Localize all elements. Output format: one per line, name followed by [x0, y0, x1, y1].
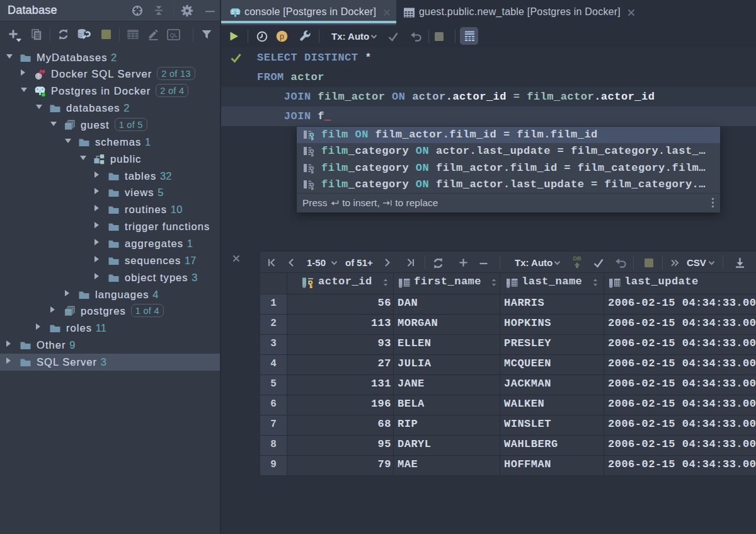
svg-text:p: p — [280, 32, 284, 41]
svg-text:QL: QL — [170, 32, 178, 38]
svg-text:DB: DB — [573, 255, 581, 262]
